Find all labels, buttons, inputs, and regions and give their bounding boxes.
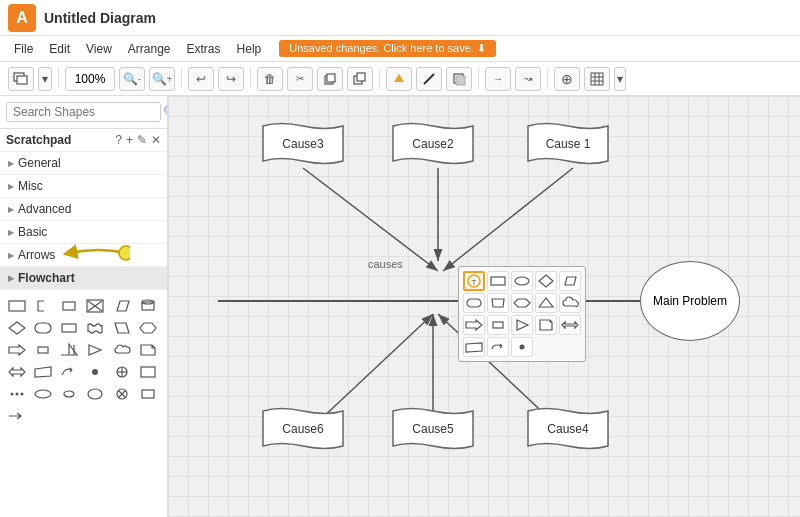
table-dropdown[interactable]: ▾ [614,67,626,91]
svg-rect-22 [35,323,51,333]
popup-rounded[interactable] [463,293,485,313]
shape-note[interactable] [137,340,159,360]
scratchpad-add[interactable]: + [126,133,133,147]
popup-trapezoid[interactable] [487,293,509,313]
popup-hexagon[interactable] [511,293,533,313]
shape-play[interactable] [84,340,106,360]
shape-cloud[interactable] [111,340,133,360]
menu-help[interactable]: Help [231,40,268,58]
shape-cylinder[interactable] [137,296,159,316]
popup-text[interactable]: T [463,271,485,291]
shape-tape[interactable] [84,318,106,338]
cause6-shape[interactable]: Cause6 [258,406,348,459]
shape-triangle[interactable] [58,340,80,360]
shape-small-rect[interactable] [58,296,80,316]
shape-arrow-right2[interactable] [6,406,28,426]
shape-arrow-right[interactable] [6,340,28,360]
shape-dot[interactable] [84,362,106,382]
popup-triangle2[interactable] [535,293,557,313]
scratchpad-help[interactable]: ? [115,133,122,147]
titlebar: A Untitled Diagram [0,0,800,36]
shape-circle-cross[interactable] [111,362,133,382]
popup-bidir-arrow[interactable] [559,315,581,335]
insert-button[interactable]: ⊕ [554,67,580,91]
shape-process[interactable] [6,296,28,316]
shadow-button[interactable] [446,67,472,91]
popup-play-btn[interactable] [511,315,533,335]
main-problem-shape[interactable]: Main Problem [640,261,740,341]
delete-button[interactable]: 🗑 [257,67,283,91]
shape-rect3[interactable] [137,362,159,382]
cause3-shape[interactable]: Cause3 [258,121,348,174]
shape-popup[interactable]: T [458,266,586,362]
cause2-shape[interactable]: Cause2 [388,121,478,174]
copy-button[interactable] [317,67,343,91]
paste-button[interactable] [347,67,373,91]
canvas[interactable]: causes T [168,96,800,517]
shape-small-oval[interactable] [58,384,80,404]
popup-cloud[interactable] [559,293,581,313]
table-button[interactable] [584,67,610,91]
cause5-shape[interactable]: Cause5 [388,406,478,459]
pages-dropdown[interactable]: ▾ [38,67,52,91]
scratchpad-bar[interactable]: Scratchpad ? + ✎ ✕ [0,129,167,152]
connection-style-button[interactable]: → [485,67,511,91]
scratchpad-edit[interactable]: ✎ [137,133,147,147]
shape-oval[interactable] [32,384,54,404]
redo-button[interactable]: ↪ [218,67,244,91]
menu-extras[interactable]: Extras [181,40,227,58]
shape-rect2[interactable] [58,318,80,338]
popup-ellipse[interactable] [511,271,533,291]
shape-bidirectional[interactable] [6,362,28,382]
popup-diamond[interactable] [535,271,557,291]
menu-view[interactable]: View [80,40,118,58]
popup-arrow-r[interactable] [463,315,485,335]
sidebar-item-advanced[interactable]: Advanced [0,198,167,221]
popup-manual2[interactable] [463,337,485,357]
shape-cross[interactable] [84,296,106,316]
cut-button[interactable]: ✂ [287,67,313,91]
sep2 [181,69,182,89]
shape-manual[interactable] [32,362,54,382]
waypoints-button[interactable]: ↝ [515,67,541,91]
shape-curved-arrow[interactable] [58,362,80,382]
scratchpad-close[interactable]: ✕ [151,133,161,147]
menu-arrange[interactable]: Arrange [122,40,177,58]
zoom-in-button[interactable]: 🔍+ [149,67,175,91]
popup-curved-arrow2[interactable] [487,337,509,357]
sidebar-item-flowchart[interactable]: Flowchart [0,267,167,290]
shape-rounded[interactable] [32,318,54,338]
zoom-out-button[interactable]: 🔍- [119,67,145,91]
popup-rect[interactable] [487,271,509,291]
shape-ellipse2[interactable] [84,384,106,404]
shape-parallelogram2[interactable] [111,318,133,338]
search-input[interactable] [13,105,163,119]
popup-parallelogram[interactable] [559,271,581,291]
cause4-shape[interactable]: Cause4 [523,406,613,459]
cause1-shape[interactable]: Cause 1 [523,121,613,174]
sidebar-item-basic[interactable]: Basic [0,221,167,244]
shape-ellipsis[interactable] [6,384,28,404]
sidebar-resize-handle[interactable] [168,96,172,517]
sidebar-item-misc[interactable]: Misc [0,175,167,198]
shape-circle-x[interactable] [111,384,133,404]
shape-small-rect2[interactable] [32,340,54,360]
shape-parallelogram[interactable] [111,296,133,316]
sidebar-item-arrows[interactable]: Arrows [0,244,167,267]
search-box[interactable]: 🔍 [6,102,161,122]
shape-diamond[interactable] [6,318,28,338]
shape-bracket-left[interactable] [32,296,54,316]
undo-button[interactable]: ↩ [188,67,214,91]
fill-button[interactable] [386,67,412,91]
popup-small-rect[interactable] [487,315,509,335]
line-color-button[interactable] [416,67,442,91]
popup-note[interactable] [535,315,557,335]
shape-hexagon[interactable] [137,318,159,338]
shape-rect4[interactable] [137,384,159,404]
sidebar-item-general[interactable]: General [0,152,167,175]
menu-file[interactable]: File [8,40,39,58]
popup-dot[interactable] [511,337,533,357]
unsaved-save-button[interactable]: Unsaved changes. Click here to save. ⬇ [279,40,496,57]
menu-edit[interactable]: Edit [43,40,76,58]
pages-button[interactable] [8,67,34,91]
